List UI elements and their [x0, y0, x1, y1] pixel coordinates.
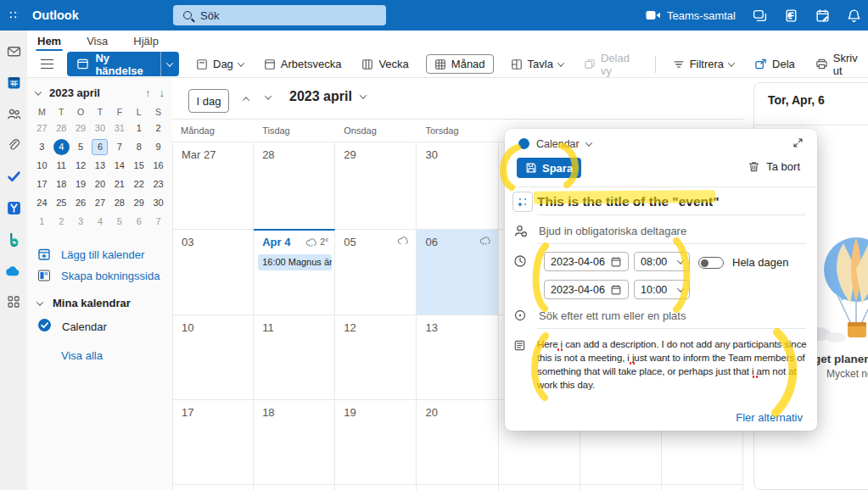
- mini-day-2[interactable]: 2: [148, 119, 168, 137]
- new-event-dropdown[interactable]: [160, 52, 179, 76]
- mini-day-30[interactable]: 30: [91, 119, 110, 137]
- event-title-input[interactable]: This is the title of the "event": [537, 194, 802, 209]
- print-button[interactable]: Skriv ut: [812, 48, 868, 81]
- mini-day-15[interactable]: 15: [129, 156, 148, 175]
- mini-day-18[interactable]: 18: [52, 175, 71, 193]
- mini-day-8[interactable]: 8: [129, 137, 148, 156]
- mini-day-7[interactable]: 7: [109, 137, 129, 156]
- my-calendars-section[interactable]: Mina kalendrar: [37, 297, 131, 309]
- mini-day-19[interactable]: 19: [71, 175, 91, 193]
- yammer-icon[interactable]: [5, 199, 22, 216]
- description-input[interactable]: Here i can add a description. I do not a…: [537, 337, 810, 392]
- view-month-button[interactable]: Månad: [426, 54, 494, 74]
- mini-day-3[interactable]: 3: [32, 137, 52, 156]
- attendees-input[interactable]: Bjud in obligatoriska deltagare: [539, 225, 686, 237]
- day-cell-apr-4[interactable]: Apr 42°16:00 Magnus är lec: [254, 229, 335, 315]
- mini-day-7[interactable]: 7: [148, 212, 168, 231]
- day-cell-11[interactable]: 11: [254, 315, 335, 399]
- mini-day-6[interactable]: 6: [129, 212, 148, 231]
- location-input[interactable]: Sök efter ett rum eller en plats: [539, 309, 686, 322]
- prev-month-icon[interactable]: [244, 97, 249, 102]
- mini-day-2[interactable]: 2: [52, 212, 71, 231]
- day-cell[interactable]: [417, 484, 498, 490]
- people-icon[interactable]: [5, 105, 22, 122]
- mini-day-5[interactable]: 5: [109, 212, 129, 231]
- day-cell-13[interactable]: 13: [417, 315, 498, 399]
- hamburger-menu-icon[interactable]: [41, 59, 53, 69]
- mini-day-11[interactable]: 11: [52, 156, 71, 175]
- mini-calendar-prev-icon[interactable]: ↑: [145, 86, 151, 99]
- calendar-edit-button[interactable]: [815, 8, 830, 23]
- filter-button[interactable]: Filtrera: [669, 54, 737, 74]
- new-event-split-button[interactable]: Ny händelse: [67, 52, 179, 76]
- mini-day-28[interactable]: 28: [109, 193, 129, 212]
- mini-day-29[interactable]: 29: [71, 119, 91, 137]
- mini-day-17[interactable]: 17: [32, 175, 52, 193]
- mini-day-13[interactable]: 13: [91, 156, 110, 175]
- tab-hjalp[interactable]: Hjälp: [132, 33, 160, 49]
- calendar-selector[interactable]: Calendar: [536, 138, 580, 150]
- mini-day-24[interactable]: 24: [32, 193, 52, 212]
- mini-day-12[interactable]: 12: [71, 156, 91, 175]
- mini-day-23[interactable]: 23: [148, 175, 168, 193]
- end-time-input[interactable]: 10:00: [634, 280, 690, 299]
- day-cell[interactable]: [662, 484, 743, 490]
- day-cell[interactable]: [254, 484, 335, 490]
- notifications-button[interactable]: [847, 8, 861, 23]
- day-cell-03[interactable]: 03: [172, 229, 254, 315]
- mini-day-4[interactable]: 4: [52, 137, 71, 156]
- mini-day-4[interactable]: 4: [91, 212, 110, 231]
- day-cell-12[interactable]: 12: [335, 315, 417, 399]
- month-selector[interactable]: 2023 april: [289, 89, 366, 104]
- delete-button[interactable]: Ta bort: [748, 160, 800, 173]
- mini-day-31[interactable]: 31: [109, 119, 129, 137]
- mini-day-30[interactable]: 30: [148, 193, 168, 212]
- day-cell[interactable]: [172, 484, 254, 490]
- day-cell-29[interactable]: 29: [335, 142, 417, 229]
- mini-day-3[interactable]: 3: [71, 212, 91, 231]
- day-cell-mar-27[interactable]: Mar 27: [172, 142, 254, 229]
- todo-icon[interactable]: [5, 168, 22, 185]
- expand-dialog-icon[interactable]: [792, 137, 804, 148]
- mini-day-27[interactable]: 27: [32, 119, 52, 137]
- mini-day-1[interactable]: 1: [129, 119, 148, 137]
- search-input[interactable]: Sök: [173, 5, 386, 25]
- attachments-icon[interactable]: [5, 136, 22, 153]
- mini-day-27[interactable]: 27: [91, 193, 110, 212]
- calendar-selector-chevron-icon[interactable]: [586, 142, 591, 147]
- share-button[interactable]: Dela: [751, 54, 798, 74]
- calendar-list-item[interactable]: Calendar: [37, 318, 107, 335]
- add-calendar-link[interactable]: Lägg till kalender: [37, 248, 144, 261]
- day-cell-20[interactable]: 20: [417, 399, 498, 484]
- more-apps-icon[interactable]: [5, 293, 22, 310]
- day-cell-18[interactable]: 18: [254, 399, 335, 484]
- day-cell[interactable]: [580, 484, 662, 490]
- app-launcher-icon[interactable]: [0, 0, 27, 31]
- mini-day-25[interactable]: 25: [52, 193, 71, 212]
- mini-day-21[interactable]: 21: [109, 175, 129, 193]
- view-day-button[interactable]: Dag: [193, 54, 247, 74]
- booking-page-link[interactable]: Skapa bokningssida: [37, 269, 160, 282]
- end-date-input[interactable]: 2023-04-06: [544, 280, 629, 299]
- mini-day-22[interactable]: 22: [129, 175, 148, 193]
- mini-day-6[interactable]: 6: [91, 137, 110, 156]
- chat-button[interactable]: [753, 8, 767, 23]
- next-month-icon[interactable]: [266, 95, 271, 100]
- mini-day-16[interactable]: 16: [148, 156, 168, 175]
- notebook-button[interactable]: [784, 8, 798, 23]
- day-cell[interactable]: [499, 484, 580, 490]
- all-day-toggle[interactable]: [698, 257, 724, 269]
- mini-calendar-title[interactable]: 2023 april: [49, 86, 100, 99]
- more-options-link[interactable]: Fler alternativ: [736, 411, 803, 424]
- mini-day-20[interactable]: 20: [91, 175, 110, 193]
- tab-visa[interactable]: Visa: [85, 33, 109, 49]
- mini-calendar-next-icon[interactable]: ↓: [160, 86, 165, 99]
- event-charm-picker[interactable]: [512, 192, 533, 212]
- mini-day-9[interactable]: 9: [148, 137, 168, 156]
- day-cell-10[interactable]: 10: [172, 315, 254, 399]
- mini-day-28[interactable]: 28: [52, 119, 71, 137]
- mini-day-1[interactable]: 1: [32, 212, 52, 231]
- today-button[interactable]: I dag: [188, 89, 229, 113]
- show-all-link[interactable]: Visa alla: [61, 349, 103, 362]
- day-cell-17[interactable]: 17: [172, 399, 254, 484]
